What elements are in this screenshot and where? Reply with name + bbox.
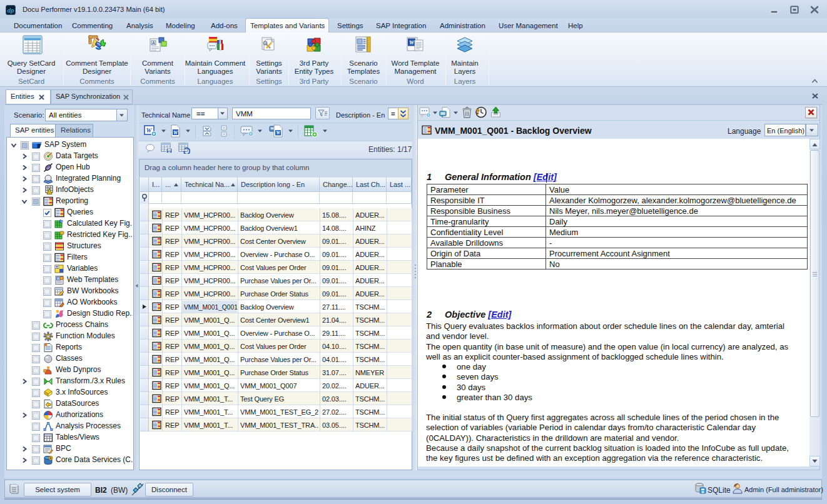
svg-text:W: W (173, 130, 178, 136)
svg-text:dp: dp (8, 8, 14, 14)
svg-text:fx: fx (61, 219, 63, 223)
svg-text:A: A (152, 41, 155, 45)
